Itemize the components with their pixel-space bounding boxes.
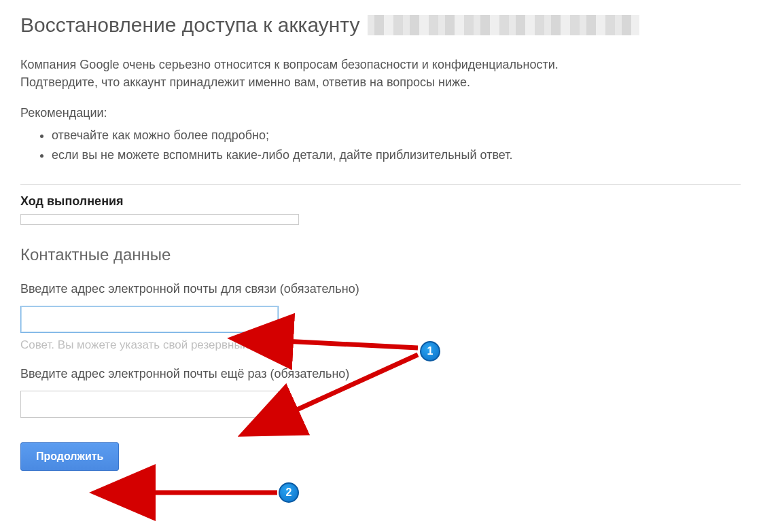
contact-section-heading: Контактные данные	[20, 245, 741, 264]
recommendation-item: если вы не можете вспомнить какие-либо д…	[52, 145, 741, 165]
continue-button[interactable]: Продолжить	[20, 442, 119, 471]
annotation-badge-1: 1	[420, 341, 440, 361]
recommendations-list: отвечайте как можно более подробно; если…	[20, 126, 741, 165]
redacted-account-name	[368, 15, 639, 35]
email-field-label: Введите адрес электронной почты для связ…	[20, 282, 741, 296]
intro-paragraph: Компания Google очень серьезно относится…	[20, 56, 632, 91]
progress-label: Ход выполнения	[20, 194, 741, 209]
email-hint: Совет. Вы можете указать свой резервный …	[20, 338, 741, 352]
page-title: Восстановление доступа к аккаунту	[20, 14, 741, 37]
annotation-badge-2: 2	[279, 482, 299, 503]
email-input[interactable]	[20, 306, 279, 333]
recommendation-item: отвечайте как можно более подробно;	[52, 126, 741, 145]
progress-bar	[20, 214, 299, 225]
divider	[20, 184, 741, 185]
email-confirm-input[interactable]	[20, 391, 279, 418]
page-title-text: Восстановление доступа к аккаунту	[20, 14, 359, 37]
recommendations-label: Рекомендации:	[20, 106, 741, 120]
email-confirm-field-label: Введите адрес электронной почты ещё раз …	[20, 367, 741, 381]
